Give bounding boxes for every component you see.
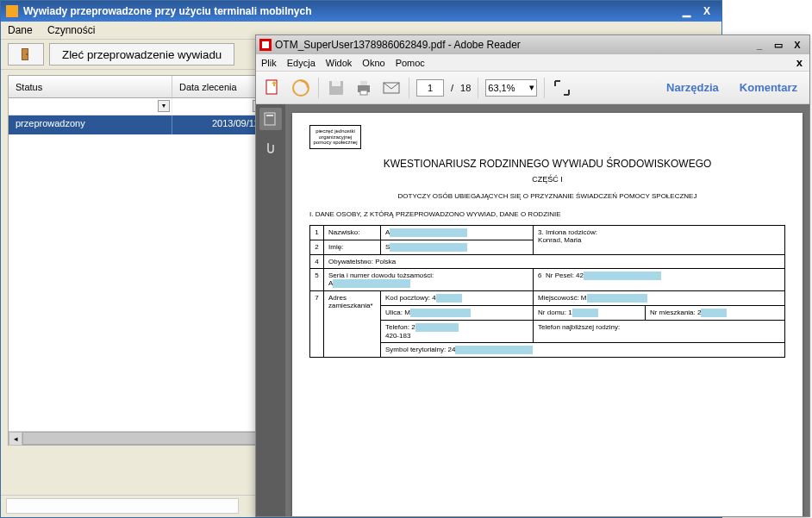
cell-num: 4 (310, 254, 324, 268)
narzedzia-button[interactable]: Narzędzia (661, 78, 724, 97)
fullscreen-icon[interactable] (552, 78, 572, 98)
redacted-block (390, 243, 467, 252)
cell-symbol: Symbol terytorialny: 24 (381, 342, 785, 357)
svg-rect-8 (360, 81, 367, 85)
cell-label: Nazwisko: (324, 225, 381, 240)
save-icon[interactable] (326, 78, 347, 98)
reader-toolbar: / 18 63,1%▾ Narzędzia Komentarz (256, 72, 809, 104)
separator (478, 78, 478, 98)
menu-pomoc[interactable]: Pomoc (396, 58, 425, 68)
cell-nr-wrapper: Nr domu: 1 Nr mieszkania: 2 (534, 305, 785, 320)
menu-dane[interactable]: Dane (8, 24, 33, 36)
cell-label: Ulica: M (385, 309, 410, 316)
zlec-button[interactable]: Zleć przeprowadzenie wywiadu (49, 43, 234, 66)
redacted-block (410, 309, 471, 317)
adobe-reader-window: OTM_SuperUser1378986062849.pdf - Adobe R… (255, 34, 810, 517)
svg-point-2 (26, 53, 28, 55)
menu-widok[interactable]: Widok (326, 58, 353, 68)
redacted-block (436, 294, 462, 303)
cell-data: 2013/09/12 (172, 115, 267, 134)
col-data[interactable]: Data zlecenia (172, 76, 267, 97)
cell-obywatelstwo: Obywatelstwo: Polska (324, 254, 785, 268)
cell-label: Symbol terytorialny: 24 (385, 346, 455, 353)
cell-value: S (381, 240, 534, 254)
pdf-subtitle: CZĘŚĆ I (309, 175, 785, 184)
minimize-button[interactable]: ▁ (677, 3, 696, 19)
attachments-tab[interactable] (259, 137, 282, 159)
cell-pesel: 6 Nr Pesel: 42 (534, 268, 785, 290)
cell-label: Seria i numer dowodu tożsamości: (328, 271, 434, 279)
document-area: pieczęć jednostki organizacyjnej pomocy … (256, 104, 809, 516)
cell-kod: Kod pocztowy: 4 (381, 290, 534, 305)
close-button[interactable]: X (789, 38, 806, 52)
redacted-block (415, 323, 459, 332)
cell-telefon: Telefon: 2420-183 (381, 320, 534, 342)
filter-data[interactable]: ▾ (172, 98, 267, 115)
page-total: 18 (460, 83, 471, 93)
cell-nrdomu: Nr domu: 1 (534, 306, 645, 320)
minimize-button[interactable]: _ (751, 38, 768, 52)
menu-edycja[interactable]: Edycja (287, 58, 315, 68)
page-viewport[interactable]: pieczęć jednostki organizacyjnej pomocy … (285, 104, 809, 516)
maximize-button[interactable]: ▭ (770, 38, 787, 52)
reader-title: OTM_SuperUser1378986062849.pdf - Adobe R… (275, 39, 521, 51)
col-status[interactable]: Status (9, 76, 172, 97)
filter-status[interactable]: ▾ (9, 98, 172, 115)
cell-label: Nr mieszkania: 2 (650, 309, 702, 316)
cell-label: Kod pocztowy: 4 (385, 294, 436, 302)
menu-czynnosci[interactable]: Czynności (47, 24, 95, 36)
cell-value: Konrad, Maria (538, 236, 581, 244)
menu-okno[interactable]: Okno (362, 58, 384, 68)
cell-num-inline: 6 (538, 271, 541, 279)
pdf-page: pieczęć jednostki organizacyjnej pomocy … (292, 113, 803, 516)
create-pdf-icon[interactable] (290, 78, 311, 98)
redacted-block (390, 228, 467, 237)
status-field (6, 498, 239, 514)
page-separator: / (451, 83, 453, 93)
cell-label: Telefon: 2 (385, 323, 415, 331)
redacted-block (701, 309, 727, 317)
door-button[interactable] (8, 43, 44, 66)
separator (544, 78, 545, 98)
page-number-input[interactable] (416, 79, 444, 97)
separator (409, 78, 409, 98)
doc-close-button[interactable]: x (796, 56, 803, 69)
svg-rect-9 (360, 90, 367, 95)
svg-rect-12 (266, 115, 273, 116)
export-pdf-icon[interactable] (263, 78, 284, 98)
cell-value: A (381, 225, 534, 240)
form-table: 1 Nazwisko: A 3. Imiona rodziców:Konrad,… (309, 225, 785, 358)
cell-ulica: Ulica: M (381, 305, 534, 320)
cell-value: 420-183 (385, 332, 410, 340)
redacted-block (333, 279, 410, 288)
scroll-left-icon[interactable]: ◂ (9, 432, 22, 446)
cell-dowod: Seria i numer dowodu tożsamości:A (324, 268, 534, 290)
redacted-block (572, 309, 598, 317)
side-panel (256, 104, 285, 516)
menu-plik[interactable]: Plik (261, 58, 277, 68)
email-icon[interactable] (381, 78, 402, 98)
zoom-select[interactable]: 63,1%▾ (485, 79, 537, 97)
cell-adres-label: Adres zamieszkania* (324, 290, 381, 357)
cell-label: 3. Imiona rodziców: (538, 228, 597, 236)
wywiady-titlebar: Wywiady przeprowadzone przy użyciu termi… (1, 1, 721, 22)
redacted-block (584, 271, 661, 280)
cell-nrmieszk: Nr mieszkania: 2 (645, 306, 784, 320)
close-button[interactable]: X (697, 3, 716, 19)
zoom-value: 63,1% (488, 83, 515, 93)
komentarz-button[interactable]: Komentarz (734, 78, 803, 97)
cell-num: 1 (310, 225, 324, 240)
thumbnails-tab[interactable] (259, 108, 282, 130)
chevron-down-icon[interactable]: ▾ (158, 100, 170, 112)
print-icon[interactable] (353, 78, 374, 98)
svg-rect-6 (332, 81, 340, 86)
reader-titlebar: OTM_SuperUser1378986062849.pdf - Adobe R… (256, 35, 809, 54)
redacted-block (455, 346, 533, 354)
cell-tel-rodziny: Telefon najbliższej rodziny: (534, 320, 785, 342)
cell-num: 2 (310, 240, 324, 254)
cell-label: Miejscowość: M (538, 294, 586, 302)
cell-status: przeprowadzony (9, 115, 172, 134)
pdf-note: DOTYCZY OSÓB UBIEGAJĄCYCH SIĘ O PRZYZNAN… (309, 192, 785, 200)
app-icon (6, 5, 18, 17)
pdf-section-1: I. DANE OSOBY, Z KTÓRĄ PRZEPROWADZONO WY… (309, 210, 785, 218)
